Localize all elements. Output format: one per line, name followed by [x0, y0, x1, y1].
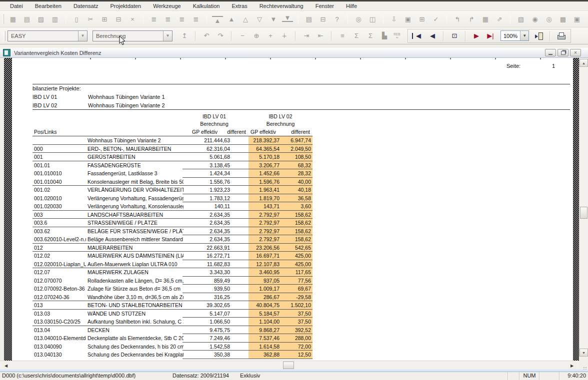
outline-level2-icon[interactable]: ≣	[162, 13, 174, 24]
menu-item-datei[interactable]: Datei	[4, 2, 29, 10]
horizontal-scroll-thumb[interactable]	[283, 362, 294, 369]
print-preview-icon[interactable]	[556, 30, 566, 41]
application-window: DateiBearbeitenDatensatzProjektdatenWerk…	[0, 0, 588, 380]
image-icon[interactable]: ▨	[36, 13, 46, 24]
help-icon[interactable]: ?	[332, 13, 342, 24]
list-icon[interactable]: ≡	[337, 30, 348, 41]
vertical-scrollbar[interactable]: ▲ ▼	[579, 59, 588, 357]
insert-multi-icon[interactable]: ∔	[279, 30, 290, 41]
close-button[interactable]: ×	[570, 49, 581, 56]
insert-above-icon[interactable]: ⊕	[251, 30, 262, 41]
rotate-forward-icon[interactable]: ↱	[466, 13, 477, 24]
table-icon[interactable]: ▣	[572, 13, 582, 24]
chevron-down-icon[interactable]: ▼	[520, 31, 528, 40]
chevron-down-icon[interactable]: ▼	[163, 31, 172, 41]
properties-icon[interactable]: ▤	[22, 13, 32, 24]
move-down-fast-icon[interactable]: ▼	[268, 13, 279, 24]
row-gp-effektiv-1: 1.424,34	[182, 169, 230, 178]
import-icon[interactable]: ⇩	[388, 13, 400, 24]
toolbar-grip[interactable]	[3, 31, 6, 41]
menu-item-fenster[interactable]: Fenster	[310, 2, 340, 10]
scroll-up-icon[interactable]: ▲	[580, 59, 588, 67]
redo-icon[interactable]: ↷	[215, 30, 226, 41]
zoom-out-icon[interactable]: ◎	[544, 13, 554, 24]
remove-row-icon[interactable]: −	[237, 30, 248, 41]
restore-button[interactable]	[558, 49, 568, 56]
paste-icon[interactable]: ⊟	[113, 13, 124, 24]
copy-icon[interactable]: ⊞	[99, 13, 110, 24]
menu-item-kalkulation[interactable]: Kalkulation	[187, 2, 226, 10]
menu-item-hilfe[interactable]: Hilfe	[340, 2, 363, 10]
window-controls: ×	[545, 49, 581, 56]
outline-level4-icon[interactable]: ≣	[190, 13, 202, 24]
cut-icon[interactable]: ✂	[85, 13, 96, 24]
horizontal-scrollbar[interactable]: ◀ ▶	[0, 361, 579, 370]
resize-grip[interactable]	[579, 361, 588, 370]
undo-icon[interactable]: ↶	[201, 30, 212, 41]
move-up-icon[interactable]: △	[240, 13, 251, 24]
shift-right-icon[interactable]: ⇥	[301, 30, 312, 41]
reb-icon[interactable]: REB∞	[392, 33, 402, 39]
zoom-in-icon[interactable]: ◉	[530, 13, 540, 24]
move-up-fast-icon[interactable]: ▲	[226, 13, 237, 24]
zoom-combobox[interactable]: 100%▼	[500, 30, 529, 41]
document-window-titlebar[interactable]: Variantenvergleich Kosten Differenz ×	[0, 48, 588, 58]
move-down-icon[interactable]: ▽	[254, 13, 265, 24]
shift-left-icon[interactable]: ⇤	[315, 30, 326, 41]
start-icon[interactable]: ▶	[471, 30, 482, 41]
pin-icon[interactable]: ⇗	[494, 13, 505, 24]
outline-level3-icon[interactable]: ≣	[176, 13, 188, 24]
scroll-left-icon[interactable]: ◀	[2, 362, 10, 370]
minimize-button[interactable]	[545, 49, 556, 56]
edit-filter-icon[interactable]: ▧	[516, 13, 526, 24]
vertical-scroll-thumb[interactable]	[580, 207, 588, 219]
row-gp-effektiv-1: 9.475,75	[182, 326, 230, 335]
menu-item-rechteverwaltung[interactable]: Rechteverwaltung	[254, 2, 310, 10]
row-gp-effektiv-2: 3.206,77	[248, 161, 280, 170]
doc-check-icon[interactable]: ✓	[430, 13, 442, 24]
profile-combobox[interactable]: EASY ▼	[8, 30, 88, 41]
scroll-right-icon[interactable]: ▶	[568, 362, 576, 370]
sum-select-icon[interactable]: Σ	[351, 30, 362, 41]
menu-item-bearbeiten[interactable]: Bearbeiten	[29, 2, 68, 10]
prev-record-icon[interactable]: ◀	[427, 30, 438, 41]
tiles-icon[interactable]: ▦	[480, 13, 491, 24]
sum-icon[interactable]: Σ	[365, 30, 376, 41]
first-record-icon[interactable]: ◀	[412, 33, 424, 39]
row-description: Schalung des Deckenrandes bei Kragplatte…	[88, 351, 184, 359]
row-description: Rolladenkasten alle Längen, D= 36,5 cm, …	[88, 277, 184, 285]
row-gp-effektiv-2: 1.963,41	[248, 186, 280, 194]
archive-icon[interactable]: ▣	[402, 13, 414, 24]
row-description: BETON- UND STAHLBETONARBEITEN	[88, 301, 184, 310]
insert-row-icon[interactable]: +	[265, 30, 276, 41]
address-book-icon[interactable]: ▥	[50, 13, 60, 24]
chart-icon[interactable]: ▙	[379, 30, 390, 41]
last-record-icon[interactable]: ▶|	[485, 30, 496, 41]
mode-combobox[interactable]: Berechnung ▼	[92, 30, 172, 41]
search-icon[interactable]: ◎	[353, 13, 364, 24]
scroll-down-icon[interactable]: ▼	[580, 349, 588, 357]
outline-level1-icon[interactable]: ≣	[148, 13, 160, 24]
doc-add-icon[interactable]: ⊞	[416, 13, 428, 24]
doc-search-icon[interactable]: ▩	[558, 13, 568, 24]
split-view-icon[interactable]: ◫	[367, 13, 378, 24]
toolbar-grip[interactable]	[3, 14, 4, 24]
exit-preview-icon[interactable]	[534, 30, 544, 41]
row-pos: 001.020030	[34, 202, 86, 211]
menu-item-extras[interactable]: Extras	[226, 2, 253, 10]
move-last-icon[interactable]: ▼	[282, 14, 293, 22]
move-first-icon[interactable]: ▲	[212, 16, 223, 24]
preview-icon[interactable]: ▦	[8, 13, 18, 24]
open-report-icon[interactable]: ↥	[179, 30, 190, 41]
rotate-back-icon[interactable]: ↰	[452, 13, 463, 24]
copy-pages-icon[interactable]: ⊡	[449, 30, 460, 41]
print-icon[interactable]: ⊟	[318, 13, 328, 24]
delete-icon[interactable]: ×	[127, 13, 138, 24]
chevron-down-icon[interactable]: ▼	[78, 31, 87, 41]
search-next-icon[interactable]: ◍	[586, 13, 588, 24]
menu-item-werkzeuge[interactable]: Werkzeuge	[147, 2, 186, 10]
report-icon[interactable]: ▤	[304, 13, 314, 24]
new-document-icon[interactable]: ▯	[71, 13, 82, 24]
menu-item-projektdaten[interactable]: Projektdaten	[104, 2, 147, 10]
menu-item-datensatz[interactable]: Datensatz	[68, 2, 104, 10]
